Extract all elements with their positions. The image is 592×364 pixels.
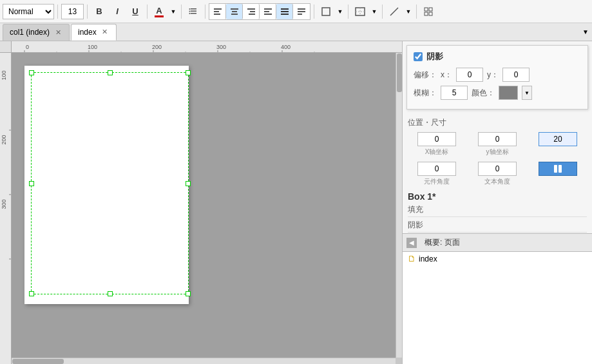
- shadow-checkbox[interactable]: [414, 52, 423, 61]
- grid-button[interactable]: [420, 4, 437, 19]
- bold-button[interactable]: B: [91, 4, 108, 19]
- handle-ml[interactable]: [29, 181, 34, 186]
- shadow-y-input[interactable]: [502, 68, 530, 82]
- font-color-dropdown[interactable]: ▼: [169, 4, 178, 19]
- shadow-x-input[interactable]: [456, 68, 483, 82]
- svg-rect-20: [281, 14, 289, 15]
- ruler-horizontal: 0 100 200 300 400: [12, 41, 402, 53]
- box-dropdown[interactable]: ▼: [336, 4, 345, 19]
- w-input[interactable]: [539, 132, 577, 146]
- svg-rect-1: [191, 10, 196, 12]
- line-button[interactable]: [386, 4, 403, 19]
- svg-rect-16: [264, 11, 269, 12]
- tab-index[interactable]: index ✕: [71, 24, 117, 41]
- right-panel: 阴影 偏移： x： y： 模糊： 颜色： ▼ 位置・尺寸: [402, 41, 592, 364]
- box-button[interactable]: [318, 4, 334, 19]
- text-angle-input[interactable]: [478, 162, 517, 176]
- summary-label: 概要: 页面: [425, 237, 460, 248]
- handle-tl[interactable]: [29, 70, 34, 75]
- offset-label: 偏移：: [414, 70, 437, 81]
- y-field: y轴坐标: [468, 132, 526, 157]
- back-button[interactable]: ◀: [406, 238, 417, 248]
- horizontal-scrollbar[interactable]: [12, 358, 396, 364]
- fill-section-title: 填充: [408, 204, 587, 217]
- file-item-index[interactable]: 🗋 index: [403, 252, 592, 265]
- align-group: [209, 3, 310, 20]
- tab-index-label: index: [78, 28, 97, 37]
- shadow-section-title: 阴影: [408, 220, 587, 233]
- align-right-button[interactable]: [243, 4, 260, 19]
- ruler-corner: [0, 41, 12, 53]
- x-input[interactable]: [417, 132, 456, 146]
- svg-point-5: [189, 13, 191, 14]
- svg-rect-13: [250, 11, 255, 12]
- svg-rect-22: [298, 11, 305, 12]
- toolbar: Normal B I U A ▼: [0, 0, 592, 23]
- svg-line-28: [390, 8, 398, 15]
- style-selector[interactable]: Normal: [3, 4, 54, 19]
- svg-rect-19: [281, 11, 289, 12]
- tab-dropdown-button[interactable]: ▼: [579, 26, 592, 39]
- tab-col1-index-label: col1 (index): [10, 28, 50, 37]
- svg-rect-24: [322, 8, 330, 15]
- text-angle-field: 文本角度: [468, 162, 526, 186]
- selection-box: [31, 72, 189, 294]
- element-angle-input[interactable]: [417, 162, 456, 176]
- divider-1: [57, 5, 58, 19]
- shadow-color-dropdown[interactable]: ▼: [522, 86, 532, 100]
- svg-text:100: 100: [88, 44, 97, 50]
- handle-tr[interactable]: [186, 70, 191, 75]
- align-fill-button[interactable]: [293, 4, 310, 19]
- tab-index-close[interactable]: ✕: [100, 28, 110, 37]
- handle-bl[interactable]: [29, 291, 34, 296]
- document-page: [24, 66, 189, 304]
- extra-icon[interactable]: [539, 162, 577, 176]
- color-label: 颜色：: [472, 88, 495, 99]
- text-angle-label: 文本角度: [484, 177, 510, 186]
- svg-text:200: 200: [152, 44, 162, 50]
- tab-col1-index-close[interactable]: ✕: [53, 28, 62, 37]
- handle-br[interactable]: [186, 291, 191, 296]
- svg-text:200: 200: [1, 135, 7, 144]
- line-dropdown[interactable]: ▼: [404, 4, 413, 19]
- svg-rect-6: [214, 8, 222, 10]
- handle-bc[interactable]: [108, 291, 113, 296]
- main-area: 0 100 200 300 400 100: [0, 41, 592, 364]
- border-button[interactable]: [352, 4, 368, 19]
- vertical-scrollbar[interactable]: [396, 53, 402, 358]
- file-icon: 🗋: [408, 254, 416, 263]
- align-justify-button[interactable]: [276, 4, 293, 19]
- svg-rect-10: [232, 11, 237, 12]
- svg-rect-29: [425, 8, 428, 11]
- font-color-button[interactable]: A: [151, 4, 167, 19]
- align-center-button[interactable]: [226, 4, 243, 19]
- handle-mr[interactable]: [186, 181, 191, 186]
- shadow-color-box[interactable]: [499, 86, 518, 100]
- svg-rect-14: [249, 14, 255, 15]
- align-left2-button[interactable]: [260, 4, 276, 19]
- list-button[interactable]: [185, 4, 202, 19]
- svg-rect-2: [191, 13, 196, 14]
- extra-field: [529, 162, 587, 186]
- bottom-bar: ◀ 概要: 页面: [403, 233, 592, 251]
- font-size-input[interactable]: [61, 4, 84, 19]
- y-input-label: y轴坐标: [486, 148, 509, 157]
- border-dropdown[interactable]: ▼: [370, 4, 379, 19]
- svg-rect-12: [247, 8, 255, 10]
- y-input[interactable]: [478, 132, 517, 146]
- svg-text:400: 400: [281, 44, 291, 50]
- shadow-blur-input[interactable]: [441, 86, 468, 100]
- canvas-area: 0 100 200 300 400 100: [0, 41, 402, 364]
- svg-rect-32: [429, 12, 432, 15]
- italic-button[interactable]: I: [109, 4, 126, 19]
- underline-button[interactable]: U: [127, 4, 144, 19]
- box-title: Box 1*: [408, 191, 587, 202]
- align-left-button[interactable]: [209, 4, 226, 19]
- tab-col1-index[interactable]: col1 (index) ✕: [3, 24, 70, 41]
- document-canvas[interactable]: [12, 53, 396, 358]
- divider-5: [205, 5, 205, 19]
- svg-text:300: 300: [1, 199, 7, 209]
- y-label: y：: [487, 70, 499, 81]
- svg-rect-31: [425, 12, 428, 15]
- handle-tc[interactable]: [108, 70, 113, 75]
